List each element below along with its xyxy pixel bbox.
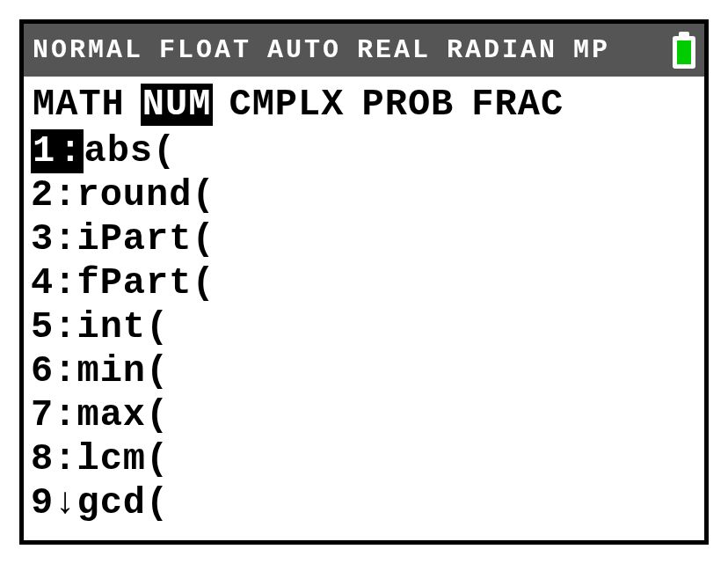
tab-num[interactable]: NUM [141, 84, 214, 126]
menu-item-sep: : [54, 261, 76, 305]
calculator-screen: NORMAL FLOAT AUTO REAL RADIAN MP MATH NU… [19, 19, 709, 545]
menu-item-sep: : [54, 305, 76, 349]
menu-item-label: fPart( [76, 261, 215, 305]
status-item: FLOAT [159, 35, 251, 65]
menu-item-number: 4 [31, 261, 54, 305]
menu-item-number: 2 [31, 173, 54, 217]
menu-tabs: MATH NUM CMPLX PROB FRAC [31, 84, 697, 126]
menu-item-sep: : [54, 349, 76, 393]
status-text: NORMAL FLOAT AUTO REAL RADIAN MP [33, 35, 610, 65]
menu-item-number: 5 [31, 305, 54, 349]
menu-item-ipart[interactable]: 3:iPart( [31, 217, 697, 261]
status-item: RADIAN [447, 35, 557, 65]
menu-list: 1:abs( 2:round( 3:iPart( 4:fPart( 5:int(… [31, 129, 697, 525]
menu-item-number: 8 [31, 437, 54, 481]
menu-item-label: round( [76, 173, 215, 217]
menu-item-label: abs( [84, 129, 176, 173]
menu-item-sep: : [57, 129, 84, 173]
menu-item-lcm[interactable]: 8:lcm( [31, 437, 697, 481]
menu-item-label: gcd( [76, 481, 169, 525]
down-arrow-icon: ↓ [54, 481, 76, 525]
status-item: NORMAL [33, 35, 143, 65]
menu-item-label: min( [76, 349, 169, 393]
menu-item-round[interactable]: 2:round( [31, 173, 697, 217]
menu-item-min[interactable]: 6:min( [31, 349, 697, 393]
battery-icon [673, 32, 695, 69]
menu-item-label: iPart( [76, 217, 215, 261]
status-item: REAL [357, 35, 431, 65]
tab-math[interactable]: MATH [31, 84, 127, 126]
menu-item-max[interactable]: 7:max( [31, 393, 697, 437]
menu-item-sep: : [54, 437, 76, 481]
menu-item-label: max( [76, 393, 169, 437]
menu-item-sep: : [54, 393, 76, 437]
menu-item-gcd[interactable]: 9↓gcd( [31, 481, 697, 525]
tab-cmplx[interactable]: CMPLX [227, 84, 346, 126]
tab-frac[interactable]: FRAC [470, 84, 565, 126]
menu-item-number: 7 [31, 393, 54, 437]
menu-item-abs[interactable]: 1:abs( [31, 129, 697, 173]
status-item: MP [573, 35, 610, 65]
status-bar: NORMAL FLOAT AUTO REAL RADIAN MP [24, 24, 704, 77]
menu-item-label: lcm( [76, 437, 169, 481]
tab-prob[interactable]: PROB [360, 84, 455, 126]
menu-item-number: 9 [31, 481, 54, 525]
menu-item-number: 6 [31, 349, 54, 393]
menu-item-label: int( [76, 305, 169, 349]
menu-item-number: 1 [31, 129, 57, 173]
menu-item-fpart[interactable]: 4:fPart( [31, 261, 697, 305]
menu-item-int[interactable]: 5:int( [31, 305, 697, 349]
menu-item-sep: : [54, 173, 76, 217]
menu-item-sep: : [54, 217, 76, 261]
content-area: MATH NUM CMPLX PROB FRAC 1:abs( 2:round(… [24, 77, 704, 532]
status-item: AUTO [267, 35, 341, 65]
menu-item-number: 3 [31, 217, 54, 261]
